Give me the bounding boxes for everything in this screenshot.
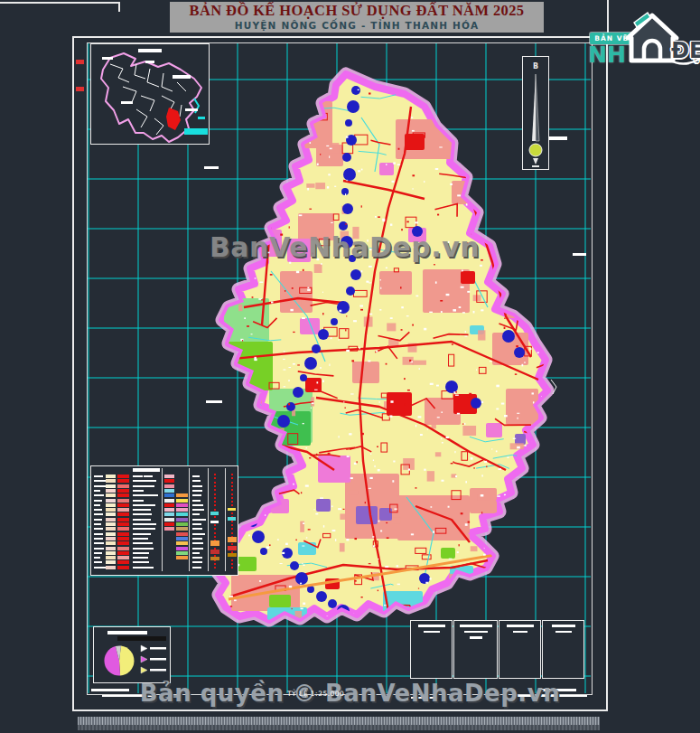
pie-chart xyxy=(98,640,168,680)
north-needle xyxy=(532,74,536,141)
banvenhadep-logo[interactable]: BẢN VẼ NH ĐẸP xyxy=(581,4,700,69)
legend-box xyxy=(90,465,238,576)
bottom-dither-strip xyxy=(78,717,600,725)
signature-box xyxy=(453,620,498,679)
map-scale-label: TỶ LỆ 1:25.000 xyxy=(287,690,432,698)
title-band: BẢN ĐỒ KẾ HOẠCH SỬ DỤNG ĐẤT NĂM 2025 HUY… xyxy=(170,2,544,33)
page-title: BẢN ĐỒ KẾ HOẠCH SỬ DỤNG ĐẤT NĂM 2025 xyxy=(170,2,544,20)
signature-box xyxy=(410,620,453,679)
bottom-dither-strip-2 xyxy=(78,725,600,730)
logo-swoosh xyxy=(667,54,700,69)
north-label: B xyxy=(533,62,538,70)
page-subtitle: HUYỆN NÔNG CỐNG - TỈNH THANH HÓA xyxy=(170,20,544,31)
signature-box xyxy=(499,620,541,679)
center-watermark: BanVeNhaDep.vn xyxy=(210,231,508,263)
north-arrow-box: B xyxy=(522,56,549,170)
pie-chart-panel xyxy=(93,626,171,683)
cad-map-sheet: BẢN ĐỒ KẾ HOẠCH SỬ DỤNG ĐẤT NĂM 2025 HUY… xyxy=(0,0,700,733)
inset-province-map xyxy=(90,43,210,145)
logo-word-nha: NH xyxy=(588,42,626,68)
signature-box xyxy=(542,620,584,679)
compass-ball xyxy=(529,144,542,156)
